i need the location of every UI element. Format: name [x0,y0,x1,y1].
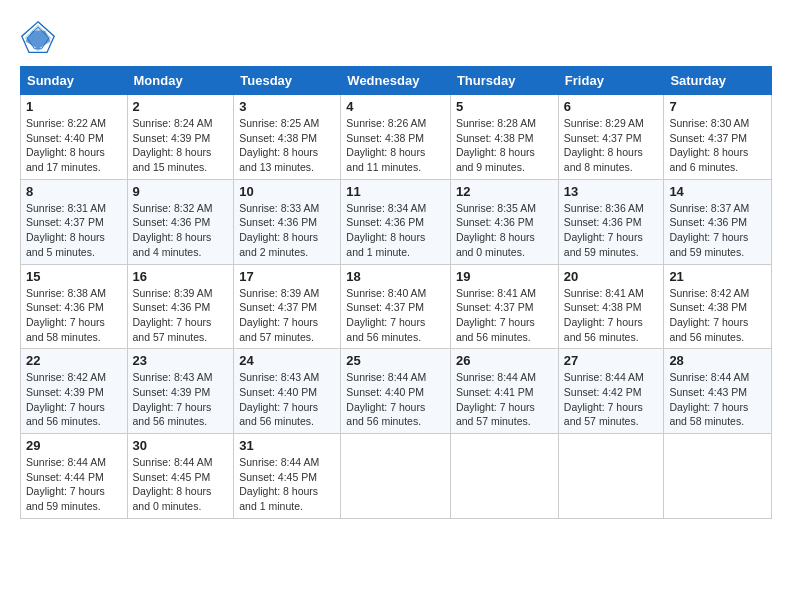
day-info: Sunrise: 8:44 AM Sunset: 4:44 PM Dayligh… [26,455,122,514]
day-info: Sunrise: 8:38 AM Sunset: 4:36 PM Dayligh… [26,286,122,345]
page-header [20,20,772,56]
calendar-week-row: 1Sunrise: 8:22 AM Sunset: 4:40 PM Daylig… [21,95,772,180]
day-info: Sunrise: 8:41 AM Sunset: 4:38 PM Dayligh… [564,286,659,345]
calendar-cell-day-16: 16Sunrise: 8:39 AM Sunset: 4:36 PM Dayli… [127,264,234,349]
day-info: Sunrise: 8:36 AM Sunset: 4:36 PM Dayligh… [564,201,659,260]
calendar-cell-day-23: 23Sunrise: 8:43 AM Sunset: 4:39 PM Dayli… [127,349,234,434]
day-number: 21 [669,269,766,284]
day-info: Sunrise: 8:39 AM Sunset: 4:36 PM Dayligh… [133,286,229,345]
day-number: 2 [133,99,229,114]
day-number: 16 [133,269,229,284]
calendar-cell-day-25: 25Sunrise: 8:44 AM Sunset: 4:40 PM Dayli… [341,349,451,434]
day-info: Sunrise: 8:30 AM Sunset: 4:37 PM Dayligh… [669,116,766,175]
day-number: 26 [456,353,553,368]
day-info: Sunrise: 8:44 AM Sunset: 4:40 PM Dayligh… [346,370,445,429]
calendar-cell-day-6: 6Sunrise: 8:29 AM Sunset: 4:37 PM Daylig… [558,95,664,180]
day-number: 27 [564,353,659,368]
calendar-cell-day-26: 26Sunrise: 8:44 AM Sunset: 4:41 PM Dayli… [450,349,558,434]
calendar-cell-day-2: 2Sunrise: 8:24 AM Sunset: 4:39 PM Daylig… [127,95,234,180]
day-number: 14 [669,184,766,199]
logo [20,20,62,56]
calendar-cell-day-27: 27Sunrise: 8:44 AM Sunset: 4:42 PM Dayli… [558,349,664,434]
day-info: Sunrise: 8:22 AM Sunset: 4:40 PM Dayligh… [26,116,122,175]
day-number: 15 [26,269,122,284]
day-info: Sunrise: 8:28 AM Sunset: 4:38 PM Dayligh… [456,116,553,175]
calendar-week-row: 29Sunrise: 8:44 AM Sunset: 4:44 PM Dayli… [21,434,772,519]
day-number: 20 [564,269,659,284]
calendar-week-row: 15Sunrise: 8:38 AM Sunset: 4:36 PM Dayli… [21,264,772,349]
calendar-cell-day-12: 12Sunrise: 8:35 AM Sunset: 4:36 PM Dayli… [450,179,558,264]
calendar-cell-day-22: 22Sunrise: 8:42 AM Sunset: 4:39 PM Dayli… [21,349,128,434]
day-info: Sunrise: 8:44 AM Sunset: 4:43 PM Dayligh… [669,370,766,429]
calendar-cell-day-24: 24Sunrise: 8:43 AM Sunset: 4:40 PM Dayli… [234,349,341,434]
day-header-monday: Monday [127,67,234,95]
calendar-body: 1Sunrise: 8:22 AM Sunset: 4:40 PM Daylig… [21,95,772,519]
day-number: 31 [239,438,335,453]
day-number: 13 [564,184,659,199]
day-info: Sunrise: 8:26 AM Sunset: 4:38 PM Dayligh… [346,116,445,175]
calendar-week-row: 22Sunrise: 8:42 AM Sunset: 4:39 PM Dayli… [21,349,772,434]
empty-cell [341,434,451,519]
calendar-week-row: 8Sunrise: 8:31 AM Sunset: 4:37 PM Daylig… [21,179,772,264]
day-number: 8 [26,184,122,199]
day-number: 29 [26,438,122,453]
day-number: 1 [26,99,122,114]
calendar-cell-day-20: 20Sunrise: 8:41 AM Sunset: 4:38 PM Dayli… [558,264,664,349]
day-info: Sunrise: 8:35 AM Sunset: 4:36 PM Dayligh… [456,201,553,260]
calendar-cell-day-31: 31Sunrise: 8:44 AM Sunset: 4:45 PM Dayli… [234,434,341,519]
day-number: 5 [456,99,553,114]
calendar-cell-day-19: 19Sunrise: 8:41 AM Sunset: 4:37 PM Dayli… [450,264,558,349]
calendar-cell-day-30: 30Sunrise: 8:44 AM Sunset: 4:45 PM Dayli… [127,434,234,519]
calendar-cell-day-28: 28Sunrise: 8:44 AM Sunset: 4:43 PM Dayli… [664,349,772,434]
day-info: Sunrise: 8:24 AM Sunset: 4:39 PM Dayligh… [133,116,229,175]
day-info: Sunrise: 8:44 AM Sunset: 4:41 PM Dayligh… [456,370,553,429]
day-number: 3 [239,99,335,114]
day-number: 4 [346,99,445,114]
day-info: Sunrise: 8:40 AM Sunset: 4:37 PM Dayligh… [346,286,445,345]
day-header-friday: Friday [558,67,664,95]
day-number: 9 [133,184,229,199]
day-info: Sunrise: 8:34 AM Sunset: 4:36 PM Dayligh… [346,201,445,260]
day-info: Sunrise: 8:32 AM Sunset: 4:36 PM Dayligh… [133,201,229,260]
day-info: Sunrise: 8:31 AM Sunset: 4:37 PM Dayligh… [26,201,122,260]
calendar-cell-day-3: 3Sunrise: 8:25 AM Sunset: 4:38 PM Daylig… [234,95,341,180]
calendar-cell-day-9: 9Sunrise: 8:32 AM Sunset: 4:36 PM Daylig… [127,179,234,264]
calendar-cell-day-15: 15Sunrise: 8:38 AM Sunset: 4:36 PM Dayli… [21,264,128,349]
day-info: Sunrise: 8:37 AM Sunset: 4:36 PM Dayligh… [669,201,766,260]
calendar-header-row: SundayMondayTuesdayWednesdayThursdayFrid… [21,67,772,95]
calendar-cell-day-10: 10Sunrise: 8:33 AM Sunset: 4:36 PM Dayli… [234,179,341,264]
day-number: 18 [346,269,445,284]
day-info: Sunrise: 8:42 AM Sunset: 4:38 PM Dayligh… [669,286,766,345]
day-header-tuesday: Tuesday [234,67,341,95]
calendar-cell-day-1: 1Sunrise: 8:22 AM Sunset: 4:40 PM Daylig… [21,95,128,180]
day-header-sunday: Sunday [21,67,128,95]
day-info: Sunrise: 8:41 AM Sunset: 4:37 PM Dayligh… [456,286,553,345]
calendar-cell-day-29: 29Sunrise: 8:44 AM Sunset: 4:44 PM Dayli… [21,434,128,519]
logo-icon [20,20,56,56]
day-info: Sunrise: 8:44 AM Sunset: 4:45 PM Dayligh… [133,455,229,514]
day-info: Sunrise: 8:42 AM Sunset: 4:39 PM Dayligh… [26,370,122,429]
calendar-cell-day-13: 13Sunrise: 8:36 AM Sunset: 4:36 PM Dayli… [558,179,664,264]
day-info: Sunrise: 8:43 AM Sunset: 4:40 PM Dayligh… [239,370,335,429]
day-number: 10 [239,184,335,199]
calendar-cell-day-18: 18Sunrise: 8:40 AM Sunset: 4:37 PM Dayli… [341,264,451,349]
day-info: Sunrise: 8:25 AM Sunset: 4:38 PM Dayligh… [239,116,335,175]
day-header-saturday: Saturday [664,67,772,95]
empty-cell [664,434,772,519]
day-number: 17 [239,269,335,284]
day-number: 11 [346,184,445,199]
day-header-wednesday: Wednesday [341,67,451,95]
day-info: Sunrise: 8:33 AM Sunset: 4:36 PM Dayligh… [239,201,335,260]
day-number: 7 [669,99,766,114]
day-info: Sunrise: 8:39 AM Sunset: 4:37 PM Dayligh… [239,286,335,345]
empty-cell [558,434,664,519]
day-number: 23 [133,353,229,368]
calendar-cell-day-14: 14Sunrise: 8:37 AM Sunset: 4:36 PM Dayli… [664,179,772,264]
day-header-thursday: Thursday [450,67,558,95]
calendar-cell-day-21: 21Sunrise: 8:42 AM Sunset: 4:38 PM Dayli… [664,264,772,349]
calendar-cell-day-7: 7Sunrise: 8:30 AM Sunset: 4:37 PM Daylig… [664,95,772,180]
calendar-table: SundayMondayTuesdayWednesdayThursdayFrid… [20,66,772,519]
calendar-cell-day-17: 17Sunrise: 8:39 AM Sunset: 4:37 PM Dayli… [234,264,341,349]
day-number: 22 [26,353,122,368]
day-info: Sunrise: 8:43 AM Sunset: 4:39 PM Dayligh… [133,370,229,429]
